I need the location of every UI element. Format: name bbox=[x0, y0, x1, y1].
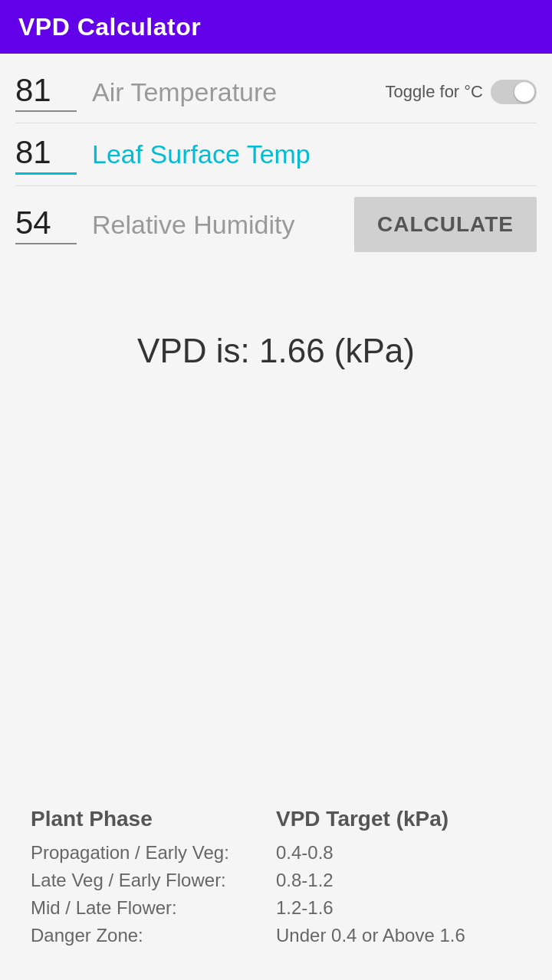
air-temp-label: Air Temperature bbox=[92, 77, 386, 107]
leaf-temp-row: Leaf Surface Temp bbox=[15, 123, 537, 185]
vpd-result: VPD is: 1.66 (kPa) bbox=[137, 332, 415, 370]
ref-value-2: 1.2-1.6 bbox=[276, 897, 521, 919]
celsius-toggle[interactable] bbox=[491, 80, 537, 104]
humidity-row: Relative Humidity CALCULATE bbox=[15, 186, 537, 263]
ref-header-target: VPD Target (kPa) bbox=[276, 807, 521, 831]
humidity-input-wrap bbox=[15, 205, 84, 244]
reference-section: Plant Phase VPD Target (kPa) Propagation… bbox=[0, 784, 552, 980]
leaf-temp-input[interactable] bbox=[15, 134, 77, 175]
ref-value-1: 0.8-1.2 bbox=[276, 870, 521, 891]
ref-phase-0: Propagation / Early Veg: bbox=[31, 842, 276, 864]
inputs-section: Air Temperature Toggle for °C Leaf Surfa… bbox=[0, 54, 552, 270]
ref-value-3: Under 0.4 or Above 1.6 bbox=[276, 925, 521, 946]
humidity-label: Relative Humidity bbox=[92, 210, 354, 240]
leaf-temp-input-wrap bbox=[15, 134, 84, 175]
ref-data-row: Propagation / Early Veg:0.4-0.8 bbox=[31, 839, 521, 867]
ref-data-row: Mid / Late Flower:1.2-1.6 bbox=[31, 894, 521, 922]
ref-value-0: 0.4-0.8 bbox=[276, 842, 521, 864]
air-temp-row: Air Temperature Toggle for °C bbox=[15, 61, 537, 123]
ref-header-phase: Plant Phase bbox=[31, 807, 276, 831]
main-content: Air Temperature Toggle for °C Leaf Surfa… bbox=[0, 54, 552, 980]
ref-rows-container: Propagation / Early Veg:0.4-0.8Late Veg … bbox=[31, 839, 521, 949]
ref-phase-3: Danger Zone: bbox=[31, 925, 276, 946]
air-temp-input-wrap bbox=[15, 72, 84, 112]
reference-table: Plant Phase VPD Target (kPa) Propagation… bbox=[31, 807, 521, 949]
ref-data-row: Danger Zone:Under 0.4 or Above 1.6 bbox=[31, 922, 521, 949]
ref-phase-2: Mid / Late Flower: bbox=[31, 897, 276, 919]
ref-header-row: Plant Phase VPD Target (kPa) bbox=[31, 807, 521, 831]
leaf-temp-label: Leaf Surface Temp bbox=[92, 139, 537, 169]
app-title: VPD Calculator bbox=[18, 13, 201, 41]
calculate-button[interactable]: CALCULATE bbox=[354, 197, 537, 252]
ref-phase-1: Late Veg / Early Flower: bbox=[31, 870, 276, 891]
app-header: VPD Calculator bbox=[0, 0, 552, 54]
ref-data-row: Late Veg / Early Flower:0.8-1.2 bbox=[31, 867, 521, 894]
humidity-input[interactable] bbox=[15, 205, 77, 244]
air-temp-input[interactable] bbox=[15, 72, 77, 112]
toggle-label: Toggle for °C bbox=[386, 82, 483, 102]
celsius-toggle-wrap: Toggle for °C bbox=[386, 80, 537, 104]
result-section: VPD is: 1.66 (kPa) bbox=[0, 270, 552, 431]
